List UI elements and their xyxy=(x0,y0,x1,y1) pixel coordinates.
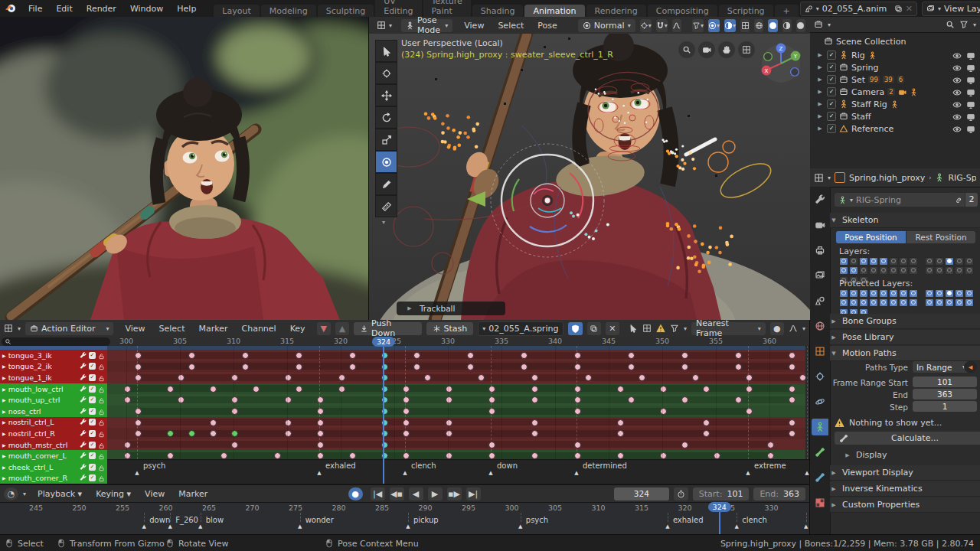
hide-in-viewport-icon[interactable] xyxy=(952,51,962,60)
visibility-dropdown[interactable]: ▾ xyxy=(692,19,704,32)
layer-cell-5[interactable] xyxy=(879,289,888,298)
layer-cell-7[interactable] xyxy=(899,298,908,307)
keyframe-362[interactable] xyxy=(789,352,795,359)
outliner-row-camera[interactable]: ▶✓Camera2 xyxy=(810,86,980,98)
editor-type-dopesheet-icon[interactable] xyxy=(4,324,13,333)
channel-mute-checkbox[interactable]: ✓ xyxy=(89,374,96,381)
layer-cell-8[interactable] xyxy=(909,289,918,298)
keyframe-316[interactable] xyxy=(296,364,302,370)
tl-marker-triangle[interactable]: ▲ xyxy=(518,523,522,530)
collection-checkbox[interactable]: ✓ xyxy=(827,51,836,60)
keyframe-326[interactable] xyxy=(403,430,410,437)
marker-label-exhaled[interactable]: exhaled xyxy=(325,461,356,470)
channel-mute-checkbox[interactable]: ✓ xyxy=(89,386,96,393)
keyframe-318[interactable] xyxy=(317,396,324,403)
outliner-row-rig[interactable]: ▶✓Rig xyxy=(810,49,980,61)
collection-checkbox[interactable]: ✓ xyxy=(827,63,836,72)
keyframe-342[interactable] xyxy=(574,386,581,393)
stash-button[interactable]: Stash xyxy=(426,322,474,335)
timeline-menu-keying[interactable]: Keying ▾ xyxy=(89,489,138,499)
layer-cell-5[interactable] xyxy=(879,298,888,307)
frame-range-end-field[interactable]: 363 xyxy=(913,389,977,399)
use-preview-range-button[interactable] xyxy=(674,487,688,500)
keyframe-350[interactable] xyxy=(660,408,667,415)
channel-mouth_corner_L[interactable]: ▶mouth_corner_L✓ xyxy=(0,450,107,462)
keyframe-338[interactable] xyxy=(531,430,538,437)
disable-in-renders-icon[interactable] xyxy=(966,51,975,60)
dopesheet-editor-chevron[interactable]: ▾ xyxy=(18,325,21,332)
keyframe-326[interactable] xyxy=(403,386,410,393)
viewport-menu-view[interactable]: View xyxy=(457,21,491,31)
zoom-view-button[interactable] xyxy=(678,41,695,58)
layer-cell-4[interactable] xyxy=(869,289,878,298)
expand-icon[interactable]: ▶ xyxy=(816,113,824,119)
channel-driver-icon[interactable] xyxy=(80,352,87,359)
channel-mouth_up_ctrl[interactable]: ▶mouth_up_ctrl✓ xyxy=(0,394,107,406)
keyframe-334[interactable] xyxy=(488,386,495,393)
properties-tab-tool[interactable] xyxy=(812,191,828,208)
workspace-tab-scripting[interactable]: Scripting xyxy=(719,5,773,18)
playhead[interactable] xyxy=(383,337,384,484)
key-lane-nose_ctrl[interactable] xyxy=(107,406,805,417)
channel-driver-icon[interactable] xyxy=(80,386,87,393)
keyframe-318[interactable] xyxy=(317,419,324,426)
keyframe-327[interactable] xyxy=(413,364,420,370)
keyframe-301[interactable] xyxy=(135,352,142,359)
keyframe-357[interactable] xyxy=(735,396,742,403)
proportional-dropdown[interactable] xyxy=(672,19,681,32)
keyframe-352[interactable] xyxy=(681,352,688,359)
timeline-current-frame-tag[interactable]: 324 xyxy=(708,502,731,512)
display-subpanel-header[interactable]: ▶Display xyxy=(844,450,887,460)
channel-mute-checkbox[interactable]: ✓ xyxy=(89,352,96,359)
collection-checkbox[interactable]: ✓ xyxy=(827,99,836,109)
workspace-tab-layout[interactable]: Layout xyxy=(214,5,259,18)
menu-file[interactable]: File xyxy=(21,4,49,14)
channel-cheek_ctrl_L[interactable]: ▶cheek_ctrl_L✓ xyxy=(0,461,107,474)
tl-marker-triangle[interactable]: ▲ xyxy=(198,523,202,530)
keyframe-333[interactable] xyxy=(478,374,485,381)
channel-driver-icon[interactable] xyxy=(80,396,87,403)
keyframe-324[interactable] xyxy=(381,419,388,426)
layer-cell-2[interactable] xyxy=(849,257,858,266)
keyframe-358[interactable] xyxy=(746,408,753,415)
keyframe-300[interactable] xyxy=(124,386,131,393)
editor-type-timeline-icon[interactable]: ◔ xyxy=(4,487,18,500)
layer-cell-4[interactable] xyxy=(869,266,878,275)
marker-triangle[interactable]: ▲ xyxy=(317,470,321,476)
tool-cursor-button[interactable] xyxy=(375,62,397,84)
scene-collection-row[interactable]: Scene Collection xyxy=(810,35,980,47)
marker-triangle[interactable]: ▲ xyxy=(574,470,578,476)
tool-move-button[interactable] xyxy=(375,84,397,106)
tl-marker-label-exhaled[interactable]: exhaled xyxy=(673,516,704,524)
expand-icon[interactable]: ▶ xyxy=(816,52,824,58)
tl-marker-label-wonder[interactable]: wonder xyxy=(305,516,334,524)
keyframe-311[interactable] xyxy=(242,352,249,359)
layer-cell-6[interactable] xyxy=(889,289,898,298)
keyframe-352[interactable] xyxy=(681,396,688,403)
keyframe-green[interactable] xyxy=(231,430,238,437)
channel-mute-checkbox[interactable]: ✓ xyxy=(89,430,96,437)
hide-in-viewport-icon[interactable] xyxy=(952,99,962,109)
frame-range-start-field[interactable]: 101 xyxy=(913,377,977,387)
marker-label-determined[interactable]: determined xyxy=(583,461,627,470)
workspace-tab--[interactable]: + xyxy=(775,5,799,18)
layer-cell-12[interactable] xyxy=(955,266,964,275)
keyframe-318[interactable] xyxy=(317,408,324,415)
keyframe-310[interactable] xyxy=(231,374,238,381)
layer-cell-13[interactable] xyxy=(965,289,974,298)
start-frame-field[interactable]: Start:101 xyxy=(693,487,750,500)
keyframe-308[interactable] xyxy=(210,386,217,393)
key-lane-mouth_up_ctrl[interactable] xyxy=(107,394,805,406)
keyframe-362[interactable] xyxy=(789,419,795,426)
channel-mouth_mstr_ctrl[interactable]: ▶mouth_mstr_ctrl✓ xyxy=(0,439,107,452)
layer-cell-9[interactable] xyxy=(925,257,934,266)
layer-cell-5[interactable] xyxy=(879,266,888,275)
disable-in-renders-icon[interactable] xyxy=(966,112,975,122)
keyframe-326[interactable] xyxy=(403,396,410,403)
shading-solid-button[interactable] xyxy=(768,19,777,32)
keyframe-315[interactable] xyxy=(285,396,292,403)
marker-label-psych[interactable]: psych xyxy=(143,461,165,470)
keyframe-357[interactable] xyxy=(735,352,742,359)
panel-viewport-display[interactable]: ▶Viewport Display xyxy=(830,465,980,481)
workspace-tab-rendering[interactable]: Rendering xyxy=(586,5,646,18)
